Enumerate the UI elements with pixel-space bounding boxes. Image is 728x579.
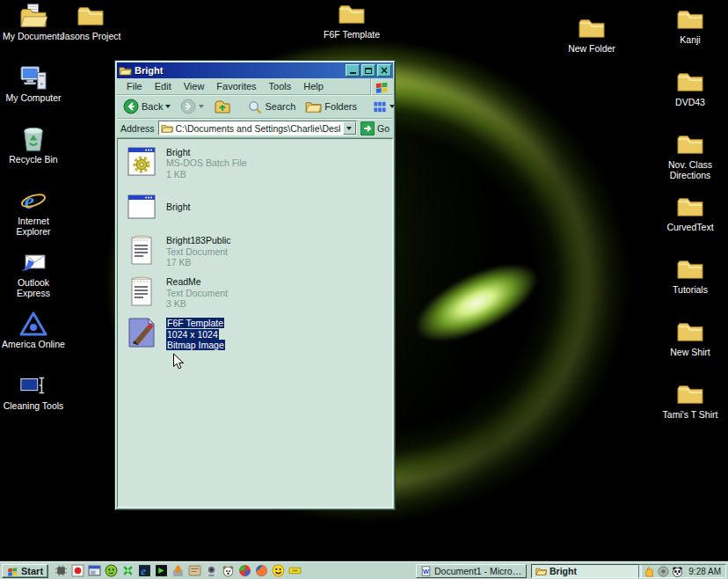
file-item[interactable]: Bright183PublicText Document17 KB — [125, 234, 327, 268]
up-button[interactable] — [210, 96, 235, 117]
taskbar-button[interactable]: Bright — [531, 564, 642, 578]
back-label: Back — [142, 101, 163, 112]
desktop-icon[interactable]: Outlook Express — [0, 248, 67, 310]
start-button[interactable]: Start — [2, 564, 48, 578]
go-label: Go — [377, 123, 389, 134]
taskbar: Start e WDocument1 - Microsoft ...Bright… — [0, 561, 728, 579]
close-button[interactable] — [377, 64, 391, 77]
desktop-icons-left: My DocumentsMy ComputerRecycle BineInter… — [0, 2, 67, 433]
menu-item-view[interactable]: View — [178, 79, 211, 93]
folders-button[interactable]: Folders — [302, 98, 360, 116]
forward-button[interactable] — [177, 96, 207, 117]
minimize-button[interactable] — [346, 64, 360, 77]
desktop-icon[interactable]: Kanji — [652, 5, 728, 68]
address-dropdown-button[interactable] — [343, 121, 356, 135]
folder-icon — [577, 14, 607, 42]
desktop-icon-label: F6F Template — [324, 29, 380, 40]
desktop-icon[interactable]: My Computer — [0, 63, 67, 125]
desktop-icon[interactable]: Tami's T Shirt — [652, 380, 728, 443]
my-documents-icon — [18, 2, 48, 30]
desktop-icon-label: Jasons Project — [61, 31, 121, 41]
desktop-icon[interactable]: eInternet Explorer — [0, 187, 67, 248]
desktop-icon[interactable]: DVD43 — [652, 68, 728, 130]
file-item[interactable]: F6F Template1024 x 1024Bitmap Image — [125, 317, 327, 350]
desktop-icon[interactable]: New Folder — [552, 14, 631, 54]
dog-icon[interactable] — [222, 564, 235, 577]
green-face-icon[interactable] — [105, 564, 118, 577]
desktop-icon[interactable]: Tutorials — [652, 255, 728, 318]
file-meta: 1024 x 1024 — [166, 329, 225, 340]
back-button[interactable]: Back — [120, 96, 174, 117]
desktop-icon[interactable]: America Online — [0, 310, 67, 371]
menu-item-favorites[interactable]: Favorites — [210, 79, 262, 93]
desktop-icon-label: Tami's T Shirt — [663, 409, 718, 420]
menu-item-help[interactable]: Help — [297, 79, 330, 93]
desktop-icon[interactable]: F6F Template — [312, 0, 391, 40]
desktop-icon-label: My Computer — [5, 92, 61, 103]
forward-dropdown-icon[interactable] — [199, 105, 204, 108]
close-icon — [381, 67, 388, 74]
ie-small-icon[interactable]: e — [138, 564, 151, 577]
america-online-icon — [18, 310, 48, 338]
address-input[interactable]: C:\Documents and Settings\Charlie\Deskto… — [158, 121, 357, 136]
desktop-icon-label: New Folder — [568, 43, 615, 54]
firefox-icon[interactable] — [255, 564, 268, 577]
file-name: Bright — [166, 202, 190, 212]
green-sparkle-icon[interactable] — [121, 564, 135, 577]
views-dropdown-icon[interactable] — [389, 105, 395, 108]
desktop-icon[interactable]: Nov. Class Directions — [652, 130, 728, 193]
chip-icon[interactable] — [55, 564, 68, 577]
desktop-icon[interactable]: Jasons Project — [51, 2, 130, 41]
go-button[interactable]: Go — [360, 121, 389, 136]
yellow-app-icon[interactable] — [288, 564, 302, 577]
address-value: C:\Documents and Settings\Charlie\Deskto… — [176, 123, 340, 134]
forward-icon — [180, 99, 196, 114]
folder-icon — [675, 380, 705, 408]
menu-item-file[interactable]: File — [120, 79, 149, 93]
webcam-icon[interactable] — [205, 564, 218, 577]
recycle-bin-icon — [18, 125, 48, 153]
svg-text:W: W — [423, 568, 429, 575]
search-button[interactable]: Search — [244, 97, 299, 117]
file-item[interactable]: BrightMS-DOS Batch File1 KB — [125, 146, 327, 180]
desktop-icon-label: Tutorials — [673, 284, 708, 295]
desktop-icon[interactable]: Cleaning Tools — [0, 371, 67, 433]
desktop-icon[interactable]: Recycle Bin — [0, 125, 67, 187]
menu-item-edit[interactable]: Edit — [149, 79, 178, 93]
desktop-icon[interactable]: New Shirt — [652, 318, 728, 380]
media-record-icon[interactable] — [71, 564, 84, 577]
file-name: F6F Template — [166, 318, 225, 328]
media-player-icon[interactable] — [155, 564, 168, 577]
folder-icon — [675, 318, 705, 346]
file-item[interactable]: Bright — [125, 187, 327, 226]
back-icon — [123, 99, 139, 114]
menu-item-tools[interactable]: Tools — [263, 79, 298, 93]
window-titlebar[interactable]: Bright — [117, 62, 393, 78]
folder-icon — [675, 255, 705, 283]
views-button[interactable] — [369, 98, 398, 116]
taskbar-button[interactable]: WDocument1 - Microsoft ... — [416, 564, 527, 578]
file-meta: 1 KB — [166, 169, 247, 180]
desktop-icon-label: DVD43 — [675, 97, 705, 107]
windows-flag-icon — [7, 566, 18, 576]
torch-icon[interactable] — [171, 564, 185, 577]
tan-app-icon[interactable] — [188, 564, 201, 577]
maximize-button[interactable] — [361, 64, 375, 77]
quicktime-icon[interactable] — [238, 564, 251, 577]
folder-icon — [675, 130, 705, 158]
desktop-icon[interactable]: CurvedText — [652, 193, 728, 255]
file-meta: 17 KB — [166, 257, 231, 268]
folder-icon — [76, 2, 106, 30]
folder-icon — [337, 0, 367, 28]
clock[interactable]: 9:28 AM — [688, 567, 721, 576]
system-tray: 9:28 AM — [638, 564, 726, 578]
windows-logo — [370, 78, 393, 95]
back-dropdown-icon[interactable] — [165, 105, 171, 108]
smiley-icon[interactable] — [272, 564, 285, 577]
show-desktop-icon[interactable] — [88, 564, 101, 577]
file-item[interactable]: ReadMeText Document3 KB — [125, 275, 327, 309]
address-dropdown-icon — [346, 127, 352, 130]
hand-icon[interactable] — [644, 566, 655, 577]
volume-icon[interactable] — [658, 566, 669, 577]
panda-icon[interactable] — [672, 566, 683, 577]
